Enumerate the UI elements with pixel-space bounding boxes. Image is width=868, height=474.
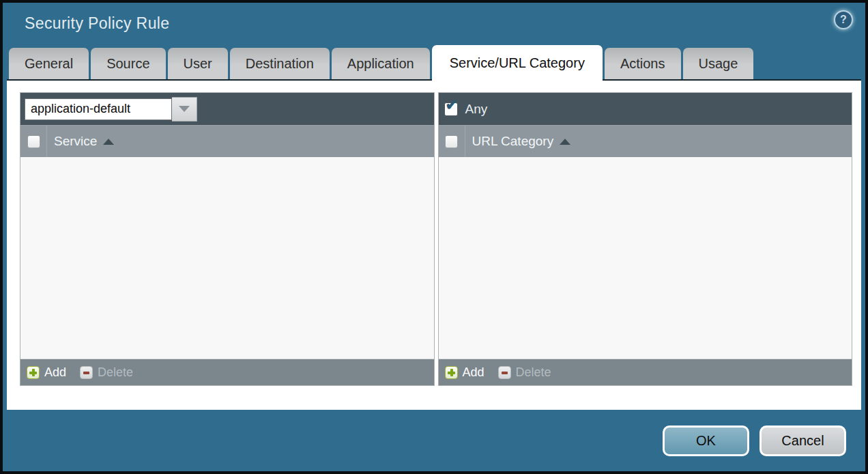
url-category-panel: ✔ Any URL Category Add — [438, 92, 853, 386]
service-add-button[interactable]: Add — [27, 365, 66, 380]
service-type-dropdown-button[interactable] — [172, 97, 197, 122]
url-category-delete-button[interactable]: Delete — [498, 365, 551, 380]
plus-icon — [27, 366, 40, 379]
tab-bar: General Source User Destination Applicat… — [9, 45, 859, 79]
service-type-input[interactable] — [25, 98, 172, 120]
any-row: ✔ Any — [444, 102, 488, 117]
dialog-title: Security Policy Rule — [25, 14, 170, 33]
service-column-label: Service — [54, 134, 97, 149]
checkmark-icon: ✔ — [446, 98, 458, 113]
sort-ascending-icon — [103, 139, 114, 145]
service-panel: Service Add Delete — [20, 92, 435, 386]
service-topbar — [20, 93, 434, 125]
plus-icon — [445, 366, 458, 379]
help-button[interactable]: ? — [834, 10, 853, 29]
tab-destination[interactable]: Destination — [230, 48, 330, 79]
service-footer: Add Delete — [20, 359, 434, 385]
url-category-header-checkbox-cell — [439, 126, 465, 157]
sort-ascending-icon — [560, 139, 570, 145]
url-category-topbar: ✔ Any — [439, 93, 852, 125]
url-category-header-row: URL Category — [439, 125, 852, 157]
service-column-header[interactable]: Service — [47, 126, 114, 157]
url-category-delete-label: Delete — [516, 365, 551, 380]
url-category-add-button[interactable]: Add — [445, 365, 484, 380]
url-category-add-label: Add — [463, 365, 484, 380]
tab-source[interactable]: Source — [91, 48, 165, 79]
service-list — [20, 157, 434, 359]
minus-icon — [80, 366, 93, 379]
tab-service-url-category[interactable]: Service/URL Category — [432, 45, 603, 81]
url-category-select-all-checkbox[interactable] — [445, 135, 458, 148]
tab-user[interactable]: User — [168, 48, 228, 79]
tab-actions[interactable]: Actions — [605, 48, 681, 79]
cancel-button[interactable]: Cancel — [760, 426, 846, 456]
service-select-all-checkbox[interactable] — [27, 135, 40, 148]
minus-icon — [498, 366, 511, 379]
any-checkbox[interactable]: ✔ — [444, 102, 458, 116]
titlebar: Security Policy Rule — [25, 3, 170, 44]
tab-usage[interactable]: Usage — [683, 48, 754, 79]
caret-down-icon — [179, 106, 190, 112]
tab-content: Service Add Delete — [7, 79, 861, 410]
service-type-dropdown — [25, 97, 197, 122]
url-category-list — [439, 157, 852, 359]
service-delete-label: Delete — [98, 365, 133, 380]
ok-button[interactable]: OK — [663, 426, 749, 456]
tab-application[interactable]: Application — [332, 48, 430, 79]
url-category-footer: Add Delete — [439, 359, 852, 385]
any-label: Any — [465, 102, 488, 117]
service-header-row: Service — [20, 125, 434, 157]
url-category-column-label: URL Category — [472, 134, 554, 149]
service-delete-button[interactable]: Delete — [80, 365, 133, 380]
help-question-icon: ? — [840, 14, 847, 26]
tab-general[interactable]: General — [9, 48, 89, 79]
security-policy-rule-dialog: Security Policy Rule ? General Source Us… — [0, 0, 868, 474]
dialog-actions: OK Cancel — [663, 426, 846, 456]
service-add-label: Add — [44, 365, 66, 380]
service-header-checkbox-cell — [20, 126, 47, 157]
url-category-column-header[interactable]: URL Category — [465, 126, 571, 157]
